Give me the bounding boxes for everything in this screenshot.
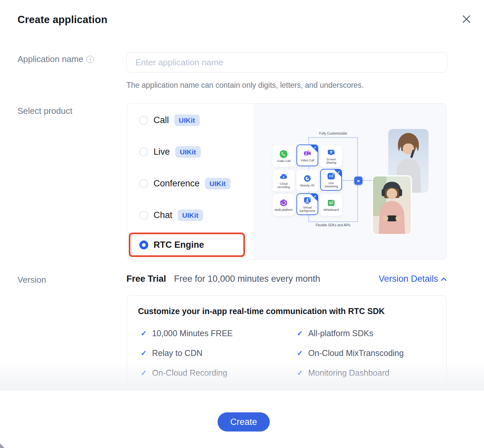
tile-live-streaming: ✓ Live Streaming bbox=[320, 169, 342, 191]
product-option-rtc-engine[interactable]: RTC Engine bbox=[129, 233, 245, 257]
illustration-caption-top: Fully Customizable bbox=[319, 132, 347, 135]
dialog-footer: Create bbox=[0, 390, 484, 448]
product-option-conference[interactable]: Conference UIKit bbox=[127, 176, 254, 191]
cloud-recording-icon bbox=[279, 173, 288, 181]
version-tier: Free Trial bbox=[126, 274, 166, 284]
uikit-badge: UIKit bbox=[174, 114, 200, 126]
audio-call-icon bbox=[279, 150, 288, 158]
tile-check-icon: ✓ bbox=[314, 194, 317, 199]
check-icon: ✓ bbox=[297, 369, 303, 377]
uikit-badge: UIKit bbox=[205, 178, 230, 189]
photo-kid-gaming bbox=[372, 175, 412, 235]
radio-chat[interactable] bbox=[139, 211, 148, 220]
illustration-caption-bottom: Flexible SDKs and APIs bbox=[316, 223, 351, 227]
tile-cloud-recording: Cloud recording bbox=[273, 170, 294, 191]
product-option-live[interactable]: Live UIKit bbox=[127, 144, 254, 159]
tile-screen-sharing: Screen Sharing bbox=[320, 145, 342, 167]
version-label: Version bbox=[17, 275, 46, 285]
chevron-up-icon bbox=[441, 277, 447, 281]
check-icon: ✓ bbox=[297, 349, 303, 358]
radio-call[interactable] bbox=[139, 116, 148, 125]
tile-whiteboard: Whiteboard bbox=[320, 194, 342, 216]
radio-conference[interactable] bbox=[139, 179, 148, 188]
feature-item: ✓ 10,000 Minutes FREE bbox=[141, 329, 233, 338]
feature-item: ✓ On-Cloud Recording bbox=[141, 368, 227, 378]
feature-item: ✓ All-platform SDKs bbox=[297, 329, 373, 338]
product-option-call[interactable]: Call UIKit bbox=[127, 113, 254, 127]
page-title: Create application bbox=[17, 14, 107, 26]
application-name-label: Application name i bbox=[17, 54, 94, 64]
tile-multi-platform: Multi-platform bbox=[273, 194, 294, 216]
radio-rtc-engine[interactable] bbox=[139, 240, 148, 249]
feature-item: ✓ On-Cloud MixTranscoding bbox=[297, 348, 404, 358]
product-illustration: Fully Customizable Flexible SDKs and API… bbox=[254, 104, 446, 259]
uikit-badge: UIKit bbox=[178, 209, 203, 221]
check-icon: ✓ bbox=[141, 329, 147, 338]
version-details-link[interactable]: Version Details bbox=[379, 274, 447, 284]
select-product-label: Select product bbox=[17, 106, 72, 116]
application-name-helper: The application name can contain only di… bbox=[126, 81, 364, 90]
create-application-dialog: Create application Application name i Th… bbox=[0, 0, 484, 448]
application-name-input[interactable] bbox=[126, 52, 447, 73]
feature-item: ✓ Monitoring Dashboard bbox=[297, 368, 389, 378]
uikit-badge: UIKit bbox=[175, 146, 201, 158]
close-icon bbox=[462, 14, 471, 24]
tile-virtual-background: ✓ Virtual background bbox=[296, 193, 318, 215]
multi-platform-icon bbox=[279, 199, 288, 207]
tile-beauty-ar: Beauty AR bbox=[296, 170, 318, 191]
create-button[interactable]: Create bbox=[218, 412, 270, 432]
check-icon: ✓ bbox=[141, 349, 147, 358]
tile-check-icon: ✓ bbox=[314, 145, 317, 150]
version-description: Free for 10,000 minutes every month bbox=[174, 274, 320, 284]
check-icon: ✓ bbox=[297, 329, 303, 338]
beauty-ar-icon bbox=[303, 174, 312, 183]
product-option-chat[interactable]: Chat UIKit bbox=[127, 208, 254, 222]
tile-audio-call: Audio Call bbox=[273, 145, 294, 167]
close-button[interactable] bbox=[460, 13, 473, 26]
version-details-card: Customize your in-app real-time communic… bbox=[127, 295, 447, 388]
forward-arrow-icon: » bbox=[354, 176, 363, 185]
info-icon[interactable]: i bbox=[86, 56, 94, 63]
version-row: Free Trial Free for 10,000 minutes every… bbox=[126, 274, 447, 284]
screen-sharing-icon bbox=[327, 148, 335, 157]
tile-check-icon: ✓ bbox=[337, 170, 340, 174]
whiteboard-icon bbox=[327, 199, 335, 207]
check-icon: ✓ bbox=[141, 369, 147, 377]
product-selector: Call UIKit Live UIKit Conference UIKit C… bbox=[127, 103, 447, 260]
radio-live[interactable] bbox=[139, 147, 148, 156]
version-details-title: Customize your in-app real-time communic… bbox=[138, 306, 385, 316]
feature-item: ✓ Relay to CDN bbox=[141, 348, 202, 358]
tile-video-call: ✓ Video Call bbox=[296, 144, 318, 166]
